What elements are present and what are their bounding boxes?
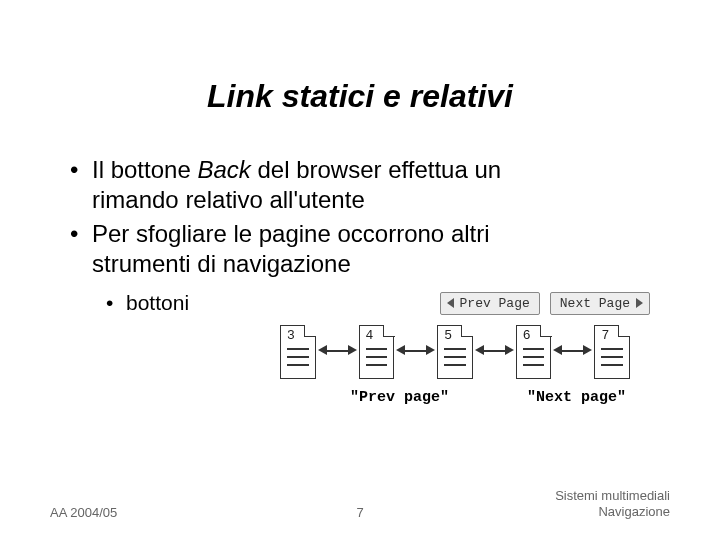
next-page-button[interactable]: Next Page: [550, 292, 650, 315]
text: Per sfogliare le pagine occorrono altri: [92, 219, 660, 249]
pages-row: 3 4 5 6: [280, 325, 630, 379]
text: Il bottone: [92, 156, 197, 183]
page-number: 7: [601, 328, 609, 343]
double-arrow-icon: [553, 342, 592, 362]
bullet-row-3: bottoni Prev Page Next Page: [70, 291, 660, 315]
bullet-list: Il bottone Back del browser effettua un …: [0, 155, 720, 379]
slide-footer: AA 2004/05 7 Sistemi multimediali Naviga…: [0, 488, 720, 521]
double-arrow-icon: [475, 342, 514, 362]
page-number: 3: [287, 328, 295, 343]
footer-page-number: 7: [257, 505, 464, 520]
bullet-item-1: Il bottone Back del browser effettua un …: [70, 155, 660, 215]
bullet-item-2: Per sfogliare le pagine occorrono altri …: [70, 219, 660, 279]
nav-buttons: Prev Page Next Page: [440, 292, 650, 315]
page-icon: 7: [594, 325, 630, 379]
slide-title: Link statici e relativi: [0, 78, 720, 115]
caption-prev: "Prev page": [350, 389, 449, 406]
triangle-left-icon: [447, 298, 454, 308]
footer-right-line2: Navigazione: [463, 504, 670, 520]
text: del browser effettua un: [251, 156, 501, 183]
bullet-item-3: bottoni: [106, 291, 440, 315]
text-emphasis: Back: [197, 156, 250, 183]
slide: Link statici e relativi Il bottone Back …: [0, 78, 720, 540]
page-diagram: 3 4 5 6: [70, 325, 660, 379]
text: strumenti di navigazione: [92, 249, 660, 279]
page-icon: 3: [280, 325, 316, 379]
double-arrow-icon: [318, 342, 357, 362]
page-fold-icon: [618, 325, 630, 337]
footer-right: Sistemi multimediali Navigazione: [463, 488, 670, 521]
text: rimando relativo all'utente: [92, 185, 660, 215]
page-icon: 4: [359, 325, 395, 379]
caption-next: "Next page": [527, 389, 626, 406]
triangle-right-icon: [636, 298, 643, 308]
prev-page-button[interactable]: Prev Page: [440, 292, 540, 315]
page-icon: 6: [516, 325, 552, 379]
double-arrow-icon: [396, 342, 435, 362]
page-icon: 5: [437, 325, 473, 379]
page-fold-icon: [383, 325, 395, 337]
page-fold-icon: [540, 325, 552, 337]
button-label: Prev Page: [460, 296, 530, 311]
page-fold-icon: [304, 325, 316, 337]
page-number: 4: [366, 328, 374, 343]
page-number: 5: [444, 328, 452, 343]
footer-right-line1: Sistemi multimediali: [463, 488, 670, 504]
footer-left: AA 2004/05: [50, 505, 257, 520]
button-label: Next Page: [560, 296, 630, 311]
page-number: 6: [523, 328, 531, 343]
page-fold-icon: [461, 325, 473, 337]
